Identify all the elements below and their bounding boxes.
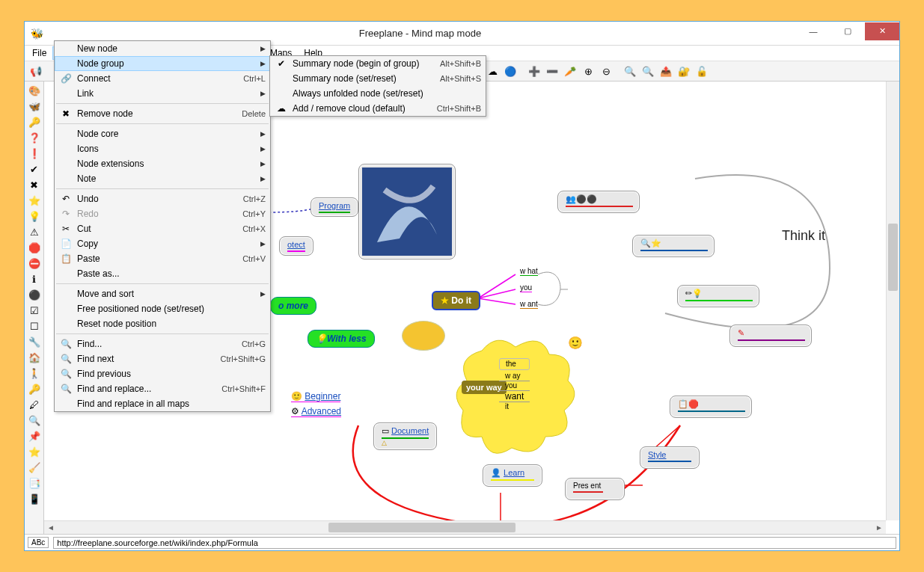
minimize-button[interactable]: — [796,22,830,40]
advanced-label[interactable]: ⚙ Advanced [291,406,341,417]
left-icon-8[interactable]: 💡 [26,209,43,224]
left-icon-11[interactable]: ⛔ [26,256,43,271]
cloud-icon[interactable]: ☁ [484,63,501,79]
left-icon-16[interactable]: 🔧 [26,334,43,349]
document-node[interactable]: ▭ Document △ [373,422,437,450]
menu-item-label: Undo [77,194,99,204]
image-node[interactable] [358,164,456,259]
scroll-right-icon[interactable]: ► [872,521,886,534]
think-node-2[interactable]: 🔍⭐ [632,235,715,257]
edit-menu-icons[interactable]: Icons▶ [55,141,270,156]
maximize-button[interactable]: ▢ [830,22,865,40]
nodegroup-summary-node-set-reset-[interactable]: Summary node (set/reset)Alt+Shift+S [270,71,486,86]
beginner-label[interactable]: 🙂 Beginner [291,391,340,402]
left-icon-6[interactable]: ✖ [26,177,43,192]
edit-menu-new-node[interactable]: New node▶ [55,41,270,56]
nodegroup-add-remove-cloud-default-[interactable]: ☁Add / remove cloud (default)Ctrl+Shift+… [270,101,486,116]
left-icon-23[interactable]: ⭐ [26,444,43,459]
edit-menu-connect[interactable]: 🔗ConnectCtrl+L [55,71,270,86]
think-node-1[interactable]: 👥⚫⚫ [557,191,640,213]
edit-menu-reset-node-position[interactable]: Reset node position [55,316,270,331]
left-icon-13[interactable]: ⚫ [26,287,43,302]
fit-icon[interactable]: ⊕ [580,63,596,79]
edit-menu-paste[interactable]: 📋PasteCtrl+V [55,251,270,266]
omore-node[interactable]: o more [270,297,316,315]
scrollbar-vertical[interactable] [886,82,899,520]
collapse-icon[interactable]: ⊖ [598,63,614,79]
remove-icon[interactable]: ➖ [544,63,560,79]
encrypt-icon[interactable]: 🔐 [676,63,692,79]
edit-menu-find-next[interactable]: 🔍Find nextCtrl+Shift+G [55,351,270,366]
left-icon-10[interactable]: 🛑 [26,240,43,255]
unlock-icon[interactable]: 🔓 [694,63,710,79]
edit-menu-copy[interactable]: 📄Copy▶ [55,236,270,251]
edit-menu-redo[interactable]: ↷RedoCtrl+Y [55,206,270,221]
withless-node[interactable]: 💡With less [308,330,375,348]
left-icon-19[interactable]: 🔑 [26,381,43,396]
otect-node[interactable]: otect [279,236,313,256]
left-icon-14[interactable]: ☑ [26,303,43,318]
nodegroup-always-unfolded-node-set-reset-[interactable]: Always unfolded node (set/reset) [270,86,486,101]
present-node[interactable]: Pres ent [565,478,625,500]
left-icon-26[interactable]: 📱 [26,491,43,506]
add-icon[interactable]: ➕ [526,63,542,79]
export-icon[interactable]: 📤 [658,63,674,79]
megaphone-icon[interactable]: 📢 [28,63,44,79]
share-node[interactable]: 📋🛑 [670,396,752,418]
think-node-3[interactable]: ✏💡 [677,285,759,307]
edit-menu-find-previous[interactable]: 🔍Find previous [55,366,270,381]
edit-menu-node-extensions[interactable]: Node extensions▶ [55,156,270,171]
left-icon-22[interactable]: 📌 [26,428,43,443]
left-icon-3[interactable]: ❓ [26,130,43,145]
edit-menu-node-group[interactable]: Node group▶ [55,56,270,71]
edit-menu-undo[interactable]: ↶UndoCtrl+Z [55,191,270,206]
submenu-item-label: Add / remove cloud (default) [293,103,406,114]
pen-icon: ✎ [738,328,744,337]
left-icon-2[interactable]: 🔑 [26,114,43,129]
left-icon-0[interactable]: 🎨 [26,83,43,98]
left-icon-12[interactable]: ℹ [26,271,43,286]
edit-menu-find-[interactable]: 🔍Find...Ctrl+G [55,336,270,351]
edit-menu-link[interactable]: Link▶ [55,86,270,101]
left-icon-21[interactable]: 🔍 [26,413,43,428]
edit-menu-move-and-sort[interactable]: Move and sort▶ [55,286,270,301]
nodegroup-summary-node-begin-of-group-[interactable]: ✔Summary node (begin of group)Alt+Shift+… [270,56,486,71]
otect-link[interactable]: otect [287,240,305,249]
style-node[interactable]: Style [640,446,700,469]
cloud-color-icon[interactable]: 🔵 [502,63,518,79]
program-node[interactable]: Program [310,197,358,217]
left-icon-17[interactable]: 🏠 [26,350,43,365]
left-icon-1[interactable]: 🦋 [26,99,43,114]
edit-menu-paste-as-[interactable]: Paste as... [55,266,270,281]
think-node-4[interactable]: ✎ [729,325,812,347]
close-button[interactable]: ✕ [865,22,899,40]
edit-menu-find-and-replace-[interactable]: 🔍Find and replace...Ctrl+Shift+F [55,381,270,396]
doit-node[interactable]: ★ Do it [432,291,480,310]
left-icon-25[interactable]: 📑 [26,476,43,490]
scrollbar-horizontal[interactable]: ◄ ► [44,520,886,534]
carrot-icon[interactable]: 🥕 [562,63,578,79]
learn-node[interactable]: 👤 Learn [483,464,542,487]
edit-menu-note[interactable]: Note▶ [55,171,270,186]
edit-menu-node-core[interactable]: Node core▶ [55,126,270,141]
edit-menu-free-positioned-node-set-reset-[interactable]: Free positioned node (set/reset) [55,301,270,316]
edit-menu-find-and-replace-in-all-maps[interactable]: Find and replace in all maps [55,396,270,411]
edit-menu-remove-node[interactable]: ✖Remove nodeDelete [55,106,270,121]
scroll-left-icon[interactable]: ◄ [44,521,58,534]
menu-file[interactable]: File [26,46,52,60]
zoom-fit-icon[interactable]: 🔍 [640,63,656,79]
program-link[interactable]: Program [319,201,350,210]
left-icon-7[interactable]: ⭐ [26,193,43,208]
left-icon-15[interactable]: ☐ [26,319,43,333]
left-icon-24[interactable]: 🧹 [26,460,43,475]
submenu-arrow-icon: ▶ [260,45,266,52]
left-icon-4[interactable]: ❗ [26,146,43,161]
left-icon-18[interactable]: 🚶 [26,366,43,381]
left-icon-20[interactable]: 🖊 [26,397,43,412]
edit-menu-cut[interactable]: ✂CutCtrl+X [55,221,270,236]
menu-item-label: Paste [77,253,100,264]
zoom-in-icon[interactable]: 🔍 [622,63,638,79]
status-url[interactable] [53,537,896,549]
left-icon-5[interactable]: ✔ [26,162,43,176]
left-icon-9[interactable]: ⚠ [26,224,43,239]
